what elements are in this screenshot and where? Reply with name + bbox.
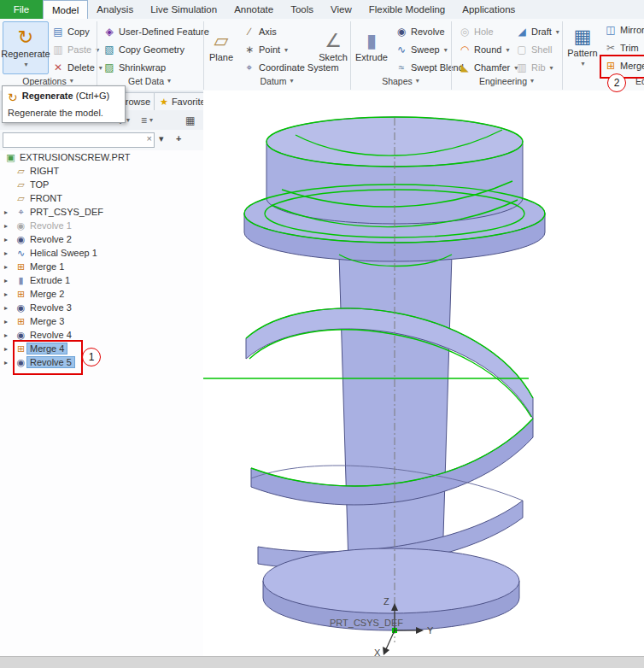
trim-button[interactable]: ✂ Trim — [602, 40, 641, 56]
chevron-down-icon: ▾ — [530, 77, 534, 85]
user-defined-feature-button[interactable]: ◈ User-Defined Feature — [101, 24, 212, 39]
search-options-button[interactable]: ▾ — [159, 133, 164, 144]
paste-icon: ▥ — [52, 44, 64, 55]
revolve-button[interactable]: ◉ Revolve — [393, 24, 448, 39]
chevron-down-icon: ▾ — [290, 77, 293, 85]
mirror-label: Mirror — [620, 25, 644, 35]
sketch-button[interactable]: ∠ Sketch — [318, 21, 348, 73]
tab-applications[interactable]: Applications — [454, 0, 524, 19]
expand-arrow-icon[interactable]: ▸ — [4, 304, 15, 312]
tab-annotate[interactable]: Annotate — [225, 0, 282, 19]
tree-item-revolve-2[interactable]: ▸ ◉ Revolve 2 — [0, 232, 203, 246]
bottom-disc-top — [263, 548, 519, 613]
tab-view[interactable]: View — [322, 0, 360, 19]
tree-columns-button[interactable]: ▦ — [183, 113, 197, 127]
tree-item-revolve-3[interactable]: ▸ ◉ Revolve 3 — [0, 301, 203, 314]
mirror-button[interactable]: ◫ Mirror — [602, 22, 644, 38]
revolve-feature-icon: ◉ — [15, 234, 27, 245]
plane-label: Plane — [209, 52, 233, 62]
clear-search-icon[interactable]: × — [147, 133, 152, 144]
paste-button[interactable]: ▥ Paste ▾ — [50, 42, 102, 57]
mirror-icon: ◫ — [605, 25, 617, 35]
tree-item-label: Helical Sweep 1 — [27, 248, 100, 258]
expand-arrow-icon[interactable]: ▸ — [4, 345, 15, 353]
draft-button[interactable]: ◢ Draft ▾ — [513, 24, 562, 39]
expand-arrow-icon[interactable]: ▸ — [4, 208, 15, 216]
tab-flexible-modeling[interactable]: Flexible Modeling — [360, 0, 454, 19]
copy-button[interactable]: ▤ Copy — [50, 24, 92, 39]
star-icon: ★ — [160, 97, 168, 108]
pattern-button[interactable]: ▦ Pattern ▾ — [565, 21, 600, 73]
point-button[interactable]: ∗ Point ▾ — [241, 42, 290, 57]
group-label-shapes[interactable]: Shapes ▾ — [350, 73, 451, 88]
merge-button[interactable]: ⊞ Merge — [602, 58, 644, 73]
plane-button[interactable]: ▱ Plane — [206, 21, 237, 73]
x-axis-arrow — [383, 647, 389, 655]
ribbon-tab-bar: File Model Analysis Live Simulation Anno… — [0, 0, 644, 20]
revolve-feature-icon: ◉ — [15, 302, 27, 313]
tree-item-top-plane[interactable]: ▱ TOP — [0, 178, 203, 191]
revolve-feature-icon: ◉ — [15, 220, 27, 231]
expand-arrow-icon[interactable]: ▸ — [4, 263, 15, 271]
tab-file[interactable]: File — [0, 0, 43, 19]
sweep-label: Sweep — [411, 44, 440, 55]
group-label-editing[interactable]: Editing — [635, 73, 644, 88]
shrinkwrap-label: Shrinkwrap — [119, 62, 166, 73]
tree-item-revolve-5[interactable]: ▸ ◉ Revolve 5 — [0, 355, 203, 369]
chevron-down-icon: ▾ — [506, 46, 509, 54]
tree-item-front-plane[interactable]: ▱ FRONT — [0, 191, 203, 205]
tree-item-label: FRONT — [27, 193, 65, 203]
expand-arrow-icon[interactable]: ▸ — [4, 331, 15, 339]
expand-arrow-icon[interactable]: ▸ — [4, 277, 15, 284]
expand-arrow-icon[interactable]: ▸ — [4, 290, 15, 298]
tree-item-merge-1[interactable]: ▸ ⊞ Merge 1 — [0, 260, 203, 273]
tree-item-extrude-1[interactable]: ▸ ▮ Extrude 1 — [0, 273, 203, 287]
regenerate-button[interactable]: ↻ Regenerate ▾ — [3, 21, 49, 74]
tree-search-box: × — [3, 132, 155, 148]
tree-root-part[interactable]: ▣ EXTRUSIONSCREW.PRT — [0, 150, 203, 164]
expand-arrow-icon[interactable]: ▸ — [4, 359, 15, 366]
shell-button[interactable]: ▢ Shell — [513, 42, 554, 57]
delete-label: Delete — [67, 62, 95, 73]
trim-label: Trim — [620, 43, 639, 53]
udf-icon: ◈ — [103, 26, 115, 37]
copy-label: Copy — [67, 26, 90, 37]
tree-display-options-button[interactable]: ≡ ▾ — [138, 113, 155, 127]
chamfer-icon: ◣ — [459, 62, 471, 73]
tree-item-csys[interactable]: ▸ ⌖ PRT_CSYS_DEF — [0, 205, 203, 219]
tree-item-revolve-1[interactable]: ▸ ◉ Revolve 1 — [0, 219, 203, 232]
round-button[interactable]: ◠ Round ▾ — [456, 42, 512, 57]
group-label-datum[interactable]: Datum ▾ — [203, 73, 350, 88]
expand-arrow-icon[interactable]: ▸ — [4, 249, 15, 257]
tab-tools[interactable]: Tools — [282, 0, 322, 19]
3d-viewport[interactable]: Z Y X PRT_CSYS_DEF — [203, 91, 644, 657]
tree-search-row: × ▾ + — [0, 130, 203, 151]
tree-item-merge-2[interactable]: ▸ ⊞ Merge 2 — [0, 287, 203, 301]
hole-label: Hole — [474, 26, 494, 37]
group-label-engineering[interactable]: Engineering ▾ — [451, 73, 562, 88]
group-label-text: Operations — [22, 76, 66, 86]
extrude-button[interactable]: ▮ Extrude — [354, 21, 389, 73]
tree-item-helical-sweep-1[interactable]: ▸ ∿ Helical Sweep 1 — [0, 246, 203, 260]
creo-application-window: File Model Analysis Live Simulation Anno… — [0, 0, 644, 668]
tab-live-simulation[interactable]: Live Simulation — [142, 0, 225, 19]
sweep-button[interactable]: ∿ Sweep ▾ — [393, 42, 450, 57]
add-search-button[interactable]: + — [176, 133, 181, 144]
copy-geometry-button[interactable]: ▧ Copy Geometry — [101, 42, 187, 57]
expand-arrow-icon[interactable]: ▸ — [4, 222, 15, 230]
tab-model[interactable]: Model — [43, 0, 88, 19]
tree-item-merge-4[interactable]: ▸ ⊞ Merge 4 — [0, 342, 203, 355]
revolve-icon: ◉ — [395, 26, 407, 37]
expand-arrow-icon[interactable]: ▸ — [4, 236, 15, 243]
helical-sweep-icon: ∿ — [15, 248, 27, 259]
group-label-text: Shapes — [382, 76, 413, 86]
tree-item-merge-3[interactable]: ▸ ⊞ Merge 3 — [0, 314, 203, 328]
axis-button[interactable]: ∕ Axis — [241, 24, 279, 39]
hole-button[interactable]: ◎ Hole — [456, 24, 496, 39]
expand-arrow-icon[interactable]: ▸ — [4, 318, 15, 325]
model-tree: ▣ EXTRUSIONSCREW.PRT ▱ RIGHT ▱ TOP ▱ FRO… — [0, 150, 203, 657]
tree-item-right-plane[interactable]: ▱ RIGHT — [0, 164, 203, 178]
tree-search-input[interactable] — [5, 133, 143, 147]
tab-analysis[interactable]: Analysis — [88, 0, 142, 19]
tree-item-revolve-4[interactable]: ▸ ◉ Revolve 4 — [0, 328, 203, 342]
